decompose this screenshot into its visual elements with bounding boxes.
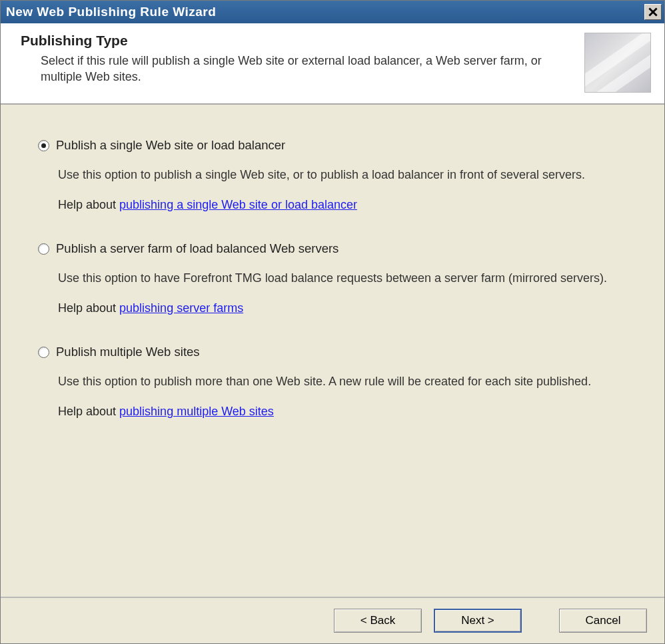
option-head[interactable]: Publish a server farm of load balanced W… [38,241,624,256]
option-label: Publish a server farm of load balanced W… [56,241,338,256]
next-button[interactable]: Next > [434,609,522,633]
help-prefix: Help about [58,405,119,418]
option-head[interactable]: Publish multiple Web sites [38,345,624,359]
header-panel: Publishing Type Select if this rule will… [1,23,664,105]
option-help: Help about publishing server farms [38,301,624,315]
radio-single-site[interactable] [38,140,49,151]
option-help: Help about publishing a single Web site … [38,198,624,212]
option-single-site: Publish a single Web site or load balanc… [38,138,624,212]
back-button[interactable]: < Back [334,609,422,633]
help-link-multiple-sites[interactable]: publishing multiple Web sites [119,405,274,418]
help-link-single-site[interactable]: publishing a single Web site or load bal… [119,198,357,211]
button-bar: < Back Next > Cancel [1,597,664,643]
option-multiple-sites: Publish multiple Web sites Use this opti… [38,345,624,419]
option-description: Use this option to publish a single Web … [38,166,624,183]
header-text: Publishing Type Select if this rule will… [21,33,584,85]
option-help: Help about publishing multiple Web sites [38,405,624,419]
window-title: New Web Publishing Rule Wizard [6,5,216,19]
titlebar: New Web Publishing Rule Wizard [1,1,664,23]
option-label: Publish multiple Web sites [56,345,200,359]
option-description: Use this option to have Forefront TMG lo… [38,269,624,287]
help-prefix: Help about [58,301,119,315]
radio-multiple-sites[interactable] [38,347,49,358]
option-head[interactable]: Publish a single Web site or load balanc… [38,138,624,153]
radio-server-farm[interactable] [38,243,49,255]
wizard-window: New Web Publishing Rule Wizard Publishin… [0,0,665,644]
close-button[interactable] [644,4,662,20]
wizard-graphic-icon [584,33,651,93]
body-panel: Publish a single Web site or load balanc… [1,105,664,597]
option-label: Publish a single Web site or load balanc… [56,138,285,153]
page-subtitle: Select if this rule will publish a singl… [21,53,576,85]
option-description: Use this option to publish more than one… [38,373,624,390]
close-icon [648,7,658,17]
page-title: Publishing Type [21,33,576,49]
option-server-farm: Publish a server farm of load balanced W… [38,241,624,315]
help-prefix: Help about [58,198,119,211]
cancel-button[interactable]: Cancel [559,609,647,633]
help-link-server-farm[interactable]: publishing server farms [119,301,243,315]
